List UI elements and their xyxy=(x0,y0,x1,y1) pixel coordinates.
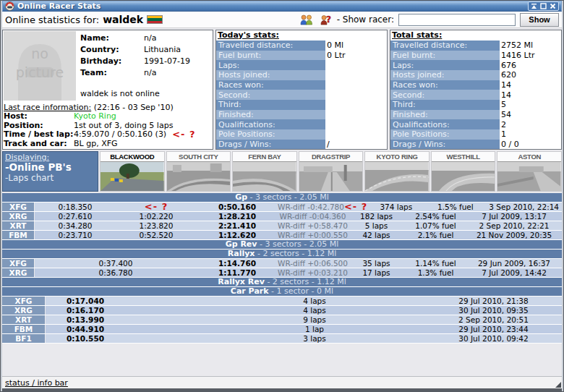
profile-field: Country: Lithuania xyxy=(80,44,212,56)
stat-value: 1416 Ltr xyxy=(500,51,561,61)
section-header-car-park: Car Park - 1 sector - 0 Ml xyxy=(2,287,562,297)
track-tab-aston[interactable]: ASTON xyxy=(497,151,562,192)
pb-laptime[interactable]: 0:10.550 xyxy=(46,334,125,343)
pb-laptime[interactable]: 1:28.210 xyxy=(197,212,278,221)
field-value: n/a xyxy=(144,33,156,44)
stat-value: 620 xyxy=(500,70,561,80)
stat-value xyxy=(325,80,387,90)
stat-label: Laps: xyxy=(390,60,500,70)
stat-label: Finished: xyxy=(390,110,500,120)
south-city-thumbnail-image xyxy=(167,161,231,191)
pb-laptime[interactable]: 0:50.160 xyxy=(197,203,278,211)
two-people-icon[interactable] xyxy=(299,14,314,25)
table-row: XFG 0:17.040 4 laps 29 Jul 2010, 21:38 xyxy=(2,297,562,306)
show-button[interactable]: Show xyxy=(520,13,559,27)
last-race-row: Time / best lap: 4:59.070 / 0:50.160 (3)… xyxy=(4,130,212,140)
pb-laptime[interactable]: 0:44.910 xyxy=(46,325,125,333)
person-question-icon[interactable]: ? xyxy=(318,14,333,25)
stat-label: Races won: xyxy=(390,80,500,90)
kyoto-ring-thumbnail-image xyxy=(365,161,429,191)
table-row: XRT 0:34.280 1:23.820 2:21.410 WR-diff +… xyxy=(2,221,562,231)
stat-label: Pole Positions: xyxy=(390,129,500,140)
stat-value: 0 / 0 xyxy=(500,140,561,150)
stat-value: 0 Ml xyxy=(325,41,387,51)
table-row: XRG 0:16.170 4 laps 30 Jul 2010, 09:35 xyxy=(2,306,562,315)
field-label: Country: xyxy=(80,44,144,56)
pb-laptime[interactable]: 0:13.990 xyxy=(46,315,125,324)
field-label: Name: xyxy=(80,33,144,44)
car-cell: XFG xyxy=(2,297,46,305)
pb-tables: Gp - 3 sectors - 2.05 Ml XFG 0:18.350 <-… xyxy=(2,193,562,344)
table-row: XRG 0:27.610 1:02.220 1:28.210 WR-diff -… xyxy=(2,212,562,221)
car-cell: XRG xyxy=(2,268,35,277)
statistics-for-label: Online statistics for: xyxy=(5,14,99,25)
car-cell: FBM xyxy=(2,231,35,239)
track-tab-westhill[interactable]: WESTHILL xyxy=(431,151,496,192)
profile-panel: no picture Name: n/a Country: Lithuania … xyxy=(2,30,213,150)
titlebar[interactable]: Online Racer Stats xyxy=(2,1,562,12)
fern-bay-thumbnail-image xyxy=(233,161,296,191)
stat-value xyxy=(325,60,387,70)
show-racer-label: - Show racer: xyxy=(337,14,394,25)
stat-label: Races won: xyxy=(216,80,325,90)
empty-area xyxy=(2,344,562,376)
todays-stats-panel: Today's stats: Travelled distance:0 Ml F… xyxy=(215,30,388,150)
stat-label: Qualifications: xyxy=(216,119,325,129)
displaying-online-pbs[interactable]: -Online PB's xyxy=(5,162,95,173)
track-tab-south-city[interactable]: SOUTH CITY xyxy=(166,151,231,192)
last-race-row: Host: Kyoto Ring xyxy=(4,112,212,122)
annotation-arrow-question: <- ? xyxy=(344,201,367,212)
todays-stats-title: Today's stats: xyxy=(216,30,387,41)
track-tab-kyoto-ring[interactable]: KYOTO RING xyxy=(364,151,430,192)
online-racer-stats-window: Online Racer Stats Online statistics for… xyxy=(0,0,564,392)
stat-label: Pole Positions: xyxy=(216,129,325,140)
resize-grip-icon[interactable] xyxy=(555,382,561,388)
last-race-row: Track and car: BL gp, XFG xyxy=(4,140,212,149)
field-label: Birthday: xyxy=(80,56,144,67)
shade-icon[interactable] xyxy=(531,3,537,9)
show-racer-input[interactable] xyxy=(398,14,516,26)
table-row: XFG 0:37.400 1:14.760 WR-diff +0:06.500 … xyxy=(2,259,562,268)
pb-laptime[interactable]: 0:16.170 xyxy=(46,306,125,315)
stat-label: Third: xyxy=(390,100,500,110)
track-tab-blackwood[interactable]: BLACKWOOD xyxy=(100,151,165,192)
close-icon[interactable] xyxy=(550,3,556,9)
pb-laptime[interactable]: 1:11.770 xyxy=(197,268,278,277)
dragstrip-thumbnail-image xyxy=(299,161,363,191)
track-tab-dragstrip[interactable]: DRAGSTRIP xyxy=(299,151,364,192)
stat-label: Hosts joined: xyxy=(216,70,325,80)
stat-value: 54 xyxy=(500,110,561,120)
profile-field: Name: n/a xyxy=(80,33,212,44)
aston-thumbnail-image xyxy=(497,161,561,191)
stat-value: 14 xyxy=(500,90,561,100)
stat-value: / xyxy=(325,140,387,150)
track-tab-fern-bay[interactable]: FERN BAY xyxy=(232,151,297,192)
total-stats-title: Total stats: xyxy=(390,30,561,41)
pb-laptime[interactable]: 1:14.760 xyxy=(197,259,278,268)
stat-label: Third: xyxy=(216,100,325,110)
lithuania-flag-icon xyxy=(147,15,163,24)
status-bar: status / info bar xyxy=(2,376,562,388)
pb-laptime[interactable]: 0:17.040 xyxy=(46,297,125,305)
racer-name: waldek xyxy=(103,14,143,25)
pb-laptime[interactable]: 2:21.410 xyxy=(197,221,278,230)
displaying-panel: Displaying: -Online PB's -Laps chart xyxy=(2,151,98,192)
displaying-laps-chart[interactable]: -Laps chart xyxy=(5,173,95,183)
header-bar: Online statistics for: waldek ? - Show r… xyxy=(2,12,562,28)
content-area: no picture Name: n/a Country: Lithuania … xyxy=(2,28,562,376)
svg-text:?: ? xyxy=(326,14,331,25)
host-name[interactable]: Kyoto Ring xyxy=(74,112,116,122)
last-race-info: Last race information: (22:16 - 03 Sep '… xyxy=(4,101,212,148)
stat-value: 14 xyxy=(500,80,561,90)
table-row: XFG 0:18.350 <- ? 0:50.160 WR-diff -0:42… xyxy=(2,203,562,212)
maximize-icon[interactable] xyxy=(540,3,547,9)
no-picture-text: no picture xyxy=(4,44,76,82)
status-bar-text: status / info bar xyxy=(5,378,68,388)
stat-label: Finished: xyxy=(216,110,325,120)
stat-value xyxy=(325,110,387,120)
annotation-arrow-question: <- ? xyxy=(145,201,168,212)
pb-laptime[interactable]: 1:12.620 xyxy=(197,231,278,239)
total-stats-panel: Total stats: Travelled distance:2752 Ml … xyxy=(390,30,562,150)
car-cell: XFG xyxy=(2,259,35,268)
stat-value xyxy=(325,100,387,110)
